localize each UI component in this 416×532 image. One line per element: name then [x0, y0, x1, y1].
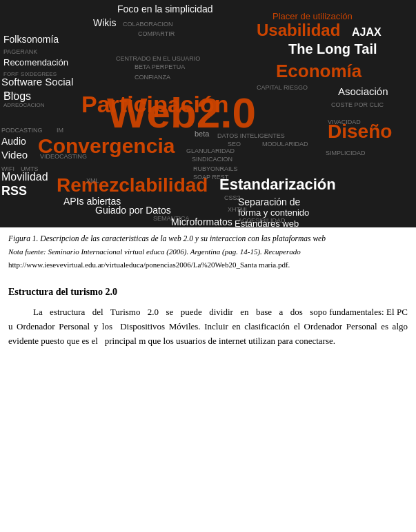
svg-text:GLANULARIDAD: GLANULARIDAD [186, 147, 235, 154]
figure-caption: Figura 1. Descripcion de las caracterist… [8, 233, 408, 244]
svg-text:The Long Tail: The Long Tail [288, 41, 377, 57]
source-label: Nota fuente: [8, 247, 46, 256]
svg-text:RUBYONRAILS: RUBYONRAILS [193, 165, 238, 172]
svg-text:Audio: Audio [1, 136, 26, 147]
svg-text:Estandarización: Estandarización [219, 176, 336, 193]
svg-text:SINDICACION: SINDICACION [192, 156, 232, 163]
svg-text:Foco en la simplicidad: Foco en la simplicidad [117, 3, 213, 14]
source-title: Seminario Internacional virtual educa [48, 247, 164, 256]
svg-text:XML: XML [86, 177, 99, 184]
svg-text:PAGERANK: PAGERANK [3, 48, 37, 55]
svg-text:Software Social: Software Social [1, 76, 73, 88]
svg-text:Movilidad: Movilidad [1, 171, 48, 183]
url-line: http://www.iesevevirtual.edu.ar/virtuale… [8, 260, 408, 270]
source-pages: (pag. 14-15). [220, 247, 262, 256]
svg-text:Wikis: Wikis [93, 17, 116, 28]
caption-area: Figura 1. Descripcion de las caracterist… [0, 227, 416, 282]
svg-text:CENTRADO EN EL USUARIO: CENTRADO EN EL USUARIO [116, 55, 200, 62]
svg-text:SOAP REST: SOAP REST [193, 174, 229, 181]
source-recovered: Recuperado [262, 247, 301, 256]
figure-caption-text: Descripcion de las caracteristicas de la… [38, 234, 326, 243]
svg-text:XHTML: XHTML [228, 206, 249, 213]
svg-text:Video: Video [1, 149, 28, 161]
svg-text:Usabilidad: Usabilidad [257, 21, 340, 39]
svg-text:SIMPLICIDAD: SIMPLICIDAD [326, 150, 366, 156]
source-year: (2006). [164, 247, 188, 256]
svg-text:Diseño: Diseño [328, 121, 392, 142]
svg-text:COMPARTIR: COMPARTIR [138, 30, 175, 37]
source-place: Argentina [188, 247, 220, 256]
svg-text:Guiado por Datos: Guiado por Datos [95, 205, 171, 216]
svg-text:Blogs: Blogs [3, 90, 31, 102]
page-container: Web2.0 beta Participación Convergencia R… [0, 0, 416, 348]
body-text-content: La estructura del Turismo 2.0 se puede d… [8, 307, 408, 346]
svg-text:Placer de utilización: Placer de utilización [273, 11, 353, 21]
svg-text:BETA PERPETUA: BETA PERPETUA [135, 63, 185, 70]
section-heading: Estructura del turismo 2.0 [0, 282, 416, 305]
svg-text:SEO: SEO [228, 141, 241, 147]
svg-text:AJAX: AJAX [352, 26, 382, 38]
svg-text:CAPITAL RIESGO: CAPITAL RIESGO [257, 84, 308, 91]
figure-label: Figura 1. [8, 234, 38, 243]
svg-text:CONFIANZA: CONFIANZA [135, 74, 170, 81]
svg-text:PODCASTING: PODCASTING [1, 127, 43, 134]
svg-text:IM: IM [57, 127, 63, 134]
svg-text:Folksonomía: Folksonomía [3, 34, 59, 45]
svg-text:MODULARIDAD: MODULARIDAD [262, 141, 308, 147]
svg-text:RSS: RSS [1, 184, 27, 198]
body-paragraph: La estructura del Turismo 2.0 se puede d… [0, 305, 416, 348]
source-note: Nota fuente: Seminario Internacional vir… [8, 247, 408, 257]
svg-text:Remezclabilidad: Remezclabilidad [57, 174, 208, 196]
svg-text:Asociación: Asociación [338, 85, 388, 97]
source-text-content: Seminario Internacional virtual educa (2… [46, 247, 301, 256]
svg-text:COLABORACION: COLABORACION [123, 21, 173, 28]
svg-text:VIDEOCASTING: VIDEOCASTING [40, 153, 87, 160]
svg-text:Recomendación: Recomendación [3, 57, 68, 68]
svg-text:Microformatos: Microformatos [171, 216, 232, 227]
word-cloud-image: Web2.0 beta Participación Convergencia R… [0, 0, 416, 227]
svg-text:DATOS INTELIGENTES: DATOS INTELIGENTES [217, 132, 285, 139]
svg-text:beta: beta [195, 130, 210, 138]
svg-text:ADREOCACION: ADREOCACION [3, 102, 45, 108]
svg-text:Participación: Participación [81, 91, 229, 117]
svg-text:Estándares web: Estándares web [235, 218, 299, 227]
word-cloud-svg: Web2.0 beta Participación Convergencia R… [0, 0, 416, 227]
svg-text:COSTE POR CLIC: COSTE POR CLIC [331, 101, 384, 108]
svg-text:Economía: Economía [276, 61, 362, 81]
